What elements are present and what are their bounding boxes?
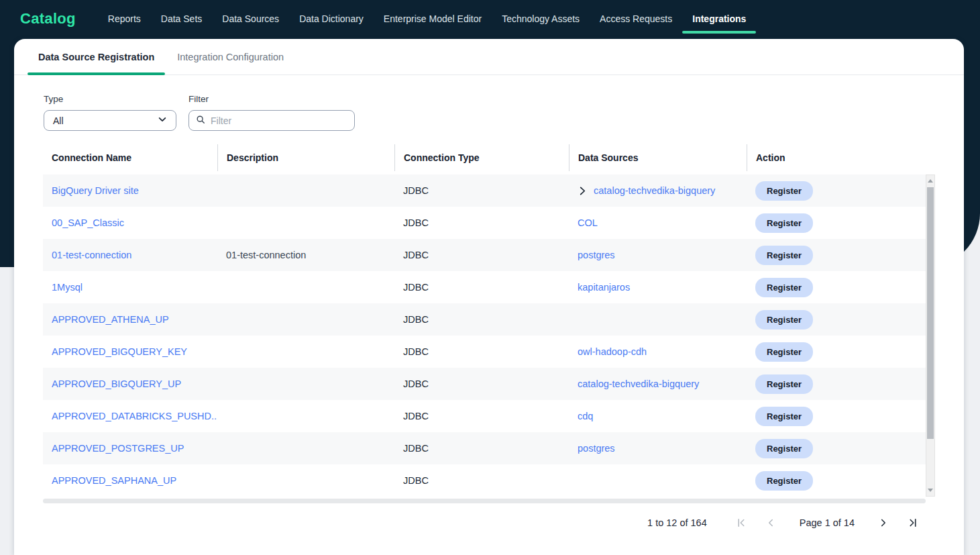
connection-name-link[interactable]: APPROVED_ATHENA_UP — [52, 314, 169, 325]
data-sources-cell: COL — [569, 217, 747, 228]
register-button[interactable]: Register — [755, 342, 813, 362]
scroll-up-arrow-icon[interactable] — [928, 179, 933, 183]
connection-name-link[interactable]: 00_SAP_Classic — [52, 217, 124, 228]
nav-item-data-sets[interactable]: Data Sets — [151, 9, 212, 28]
connection-type-cell: JDBC — [394, 314, 569, 325]
horizontal-scrollbar[interactable] — [43, 499, 926, 503]
type-select[interactable]: All — [44, 110, 176, 131]
filter-input-box — [188, 110, 355, 131]
connection-type-cell: JDBC — [394, 475, 569, 486]
table-row: APPROVED_ATHENA_UPJDBCRegister — [43, 303, 926, 336]
connection-name-link[interactable]: BigQuery Driver site — [52, 185, 139, 196]
data-source-link[interactable]: owl-hadoop-cdh — [578, 346, 647, 357]
data-source-link[interactable]: COL — [578, 217, 598, 228]
table-row: APPROVED_DATABRICKS_PUSHD...JDBCcdqRegis… — [43, 400, 926, 432]
connection-name-link[interactable]: APPROVED_POSTGRES_UP — [52, 443, 184, 454]
register-button[interactable]: Register — [755, 374, 813, 394]
scroll-down-arrow-icon[interactable] — [928, 489, 933, 492]
nav-item-data-sources[interactable]: Data Sources — [212, 9, 289, 28]
nav-item-reports[interactable]: Reports — [98, 9, 151, 28]
connection-name-link[interactable]: APPROVED_SAPHANA_UP — [52, 475, 176, 486]
first-page-button[interactable] — [732, 514, 750, 532]
connection-type-cell: JDBC — [394, 346, 569, 357]
connection-type-cell: JDBC — [394, 217, 569, 228]
data-sources-cell: postgres — [569, 250, 747, 260]
pagination-range: 1 to 12 of 164 — [647, 517, 707, 528]
data-source-link[interactable]: catalog-techvedika-bigquery — [594, 185, 715, 196]
table-row: 1MysqlJDBCkapitanjarosRegister — [43, 271, 926, 303]
search-icon — [196, 115, 205, 127]
data-sources-cell: postgres — [569, 443, 747, 454]
table-row: APPROVED_BIGQUERY_KEYJDBCowl-hadoop-cdhR… — [43, 336, 926, 368]
data-source-link[interactable]: postgres — [578, 250, 615, 260]
register-button[interactable]: Register — [755, 246, 813, 265]
filter-bar: Type All Filter — [44, 94, 964, 131]
primary-nav: ReportsData SetsData SourcesData Diction… — [76, 9, 757, 28]
chevron-down-icon — [158, 115, 167, 127]
previous-page-button[interactable] — [762, 514, 779, 532]
filter-input[interactable] — [211, 115, 347, 126]
table-row: APPROVED_SAPHANA_UPJDBCRegister — [43, 464, 926, 497]
tab-data-source-registration[interactable]: Data Source Registration — [28, 39, 165, 74]
first-page-icon — [735, 517, 747, 529]
vertical-scrollbar[interactable] — [926, 174, 935, 497]
data-sources-cell: cdq — [569, 411, 747, 421]
register-button[interactable]: Register — [755, 278, 813, 297]
nav-item-technology-assets[interactable]: Technology Assets — [492, 9, 590, 28]
nav-item-data-dictionary[interactable]: Data Dictionary — [289, 9, 374, 28]
filter-label: Filter — [188, 94, 355, 104]
connection-type-cell: JDBC — [394, 250, 569, 260]
nav-item-access-requests[interactable]: Access Requests — [590, 9, 682, 28]
data-sources-cell: owl-hadoop-cdh — [569, 346, 747, 357]
register-button[interactable]: Register — [755, 213, 813, 233]
table-row: 01-test-connection01-test-connectionJDBC… — [43, 239, 926, 271]
data-source-link[interactable]: kapitanjaros — [578, 282, 630, 293]
connection-name-link[interactable]: 01-test-connection — [52, 250, 131, 260]
data-source-link[interactable]: cdq — [578, 411, 593, 421]
data-sources-cell: catalog-techvedika-bigquery — [569, 185, 747, 196]
pagination-page-indicator: Page 1 of 14 — [800, 517, 855, 528]
register-button[interactable]: Register — [755, 471, 813, 491]
data-sources-cell: catalog-techvedika-bigquery — [569, 379, 747, 389]
connection-type-cell: JDBC — [394, 379, 569, 389]
nav-item-integrations[interactable]: Integrations — [682, 9, 756, 28]
last-page-button[interactable] — [904, 514, 922, 532]
column-header-action: Action — [747, 144, 926, 171]
connection-type-cell: JDBC — [394, 185, 569, 196]
connection-name-link[interactable]: APPROVED_DATABRICKS_PUSHD... — [52, 411, 217, 421]
vertical-scrollbar-thumb[interactable] — [927, 187, 934, 439]
data-sources-cell: kapitanjaros — [569, 282, 747, 293]
data-source-link[interactable]: postgres — [578, 443, 615, 454]
type-filter-group: Type All — [44, 94, 176, 131]
chevron-right-expand-icon[interactable] — [578, 186, 588, 196]
tab-integration-configuration[interactable]: Integration Configuration — [166, 39, 294, 74]
register-button[interactable]: Register — [755, 439, 813, 458]
column-header-description: Description — [217, 144, 394, 171]
column-header-data-sources: Data Sources — [569, 144, 747, 171]
next-page-button[interactable] — [875, 514, 892, 532]
text-filter-group: Filter — [188, 94, 355, 131]
last-page-icon — [907, 517, 919, 529]
register-button[interactable]: Register — [755, 310, 813, 330]
content-card: Data Source Registration Integration Con… — [14, 39, 964, 555]
register-button[interactable]: Register — [755, 407, 813, 426]
table-row: APPROVED_POSTGRES_UPJDBCpostgresRegister — [43, 432, 926, 464]
connection-name-link[interactable]: APPROVED_BIGQUERY_KEY — [52, 346, 187, 357]
nav-item-enterprise-model-editor[interactable]: Enterprise Model Editor — [374, 9, 492, 28]
type-label: Type — [44, 94, 176, 104]
table-header-row: Connection NameDescriptionConnection Typ… — [43, 144, 936, 171]
connection-name-link[interactable]: 1Mysql — [52, 282, 83, 293]
connection-type-cell: JDBC — [394, 282, 569, 293]
column-header-connection-type: Connection Type — [394, 144, 569, 171]
data-source-link[interactable]: catalog-techvedika-bigquery — [578, 379, 699, 389]
connection-name-link[interactable]: APPROVED_BIGQUERY_UP — [52, 379, 181, 389]
tab-bar: Data Source Registration Integration Con… — [14, 39, 964, 75]
table-row: 00_SAP_ClassicJDBCCOLRegister — [43, 207, 926, 239]
register-button[interactable]: Register — [755, 181, 813, 201]
app-logo[interactable]: Catalog — [20, 10, 76, 28]
table-row: BigQuery Driver siteJDBCcatalog-techvedi… — [43, 174, 926, 207]
table-body: BigQuery Driver siteJDBCcatalog-techvedi… — [43, 174, 926, 497]
table-row: APPROVED_BIGQUERY_UPJDBCcatalog-techvedi… — [43, 368, 926, 400]
column-header-connection-name: Connection Name — [43, 144, 217, 171]
top-navigation: Catalog ReportsData SetsData SourcesData… — [0, 0, 980, 38]
